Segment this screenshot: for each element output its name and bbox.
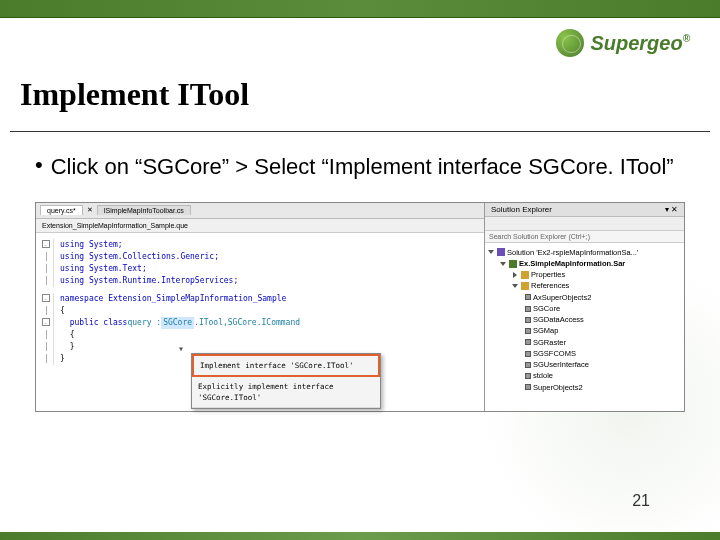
code-editor-pane: query.cs* ✕ ISimpleMapInfoToolbar.cs Ext… xyxy=(36,203,484,411)
explorer-search[interactable]: Search Solution Explorer (Ctrl+;) xyxy=(485,231,684,243)
tree-ref-item[interactable]: SGCore xyxy=(489,303,680,314)
code-area: -using System; |using System.Collections… xyxy=(36,233,484,411)
code-line: } xyxy=(70,341,75,353)
code-cls: query : xyxy=(127,317,161,329)
slide-title: Implement ITool xyxy=(0,68,720,131)
tree-solution[interactable]: Solution 'Ex2-rspleMapInformationSa...' xyxy=(489,247,680,258)
code-line: using System.Runtime.InteropServices; xyxy=(60,275,238,287)
bottom-accent-bar xyxy=(0,532,720,540)
code-line: using System.Collections.Generic; xyxy=(60,251,219,263)
tree-ref-item[interactable]: SGUserInterface xyxy=(489,359,680,370)
solution-tree: Solution 'Ex2-rspleMapInformationSa...' … xyxy=(485,243,684,411)
editor-tabs: query.cs* ✕ ISimpleMapInfoToolbar.cs xyxy=(36,203,484,219)
breadcrumb-bar: Extension_SimpleMapInformation_Sample.qu… xyxy=(36,219,484,233)
panel-title: Solution Explorer ▾ ✕ xyxy=(485,203,684,217)
code-line: using System.Text; xyxy=(60,263,147,275)
code-line: using System; xyxy=(60,239,123,251)
close-icon[interactable]: ✕ xyxy=(87,206,93,214)
context-menu: Implement interface 'SGCore.ITool' Expli… xyxy=(191,353,381,410)
code-line: } xyxy=(60,353,65,365)
title-divider xyxy=(10,131,710,132)
header-row: Supergeo® xyxy=(0,18,720,68)
tree-ref-item[interactable]: stdole xyxy=(489,370,680,381)
tree-ref-item[interactable]: SuperObjects2 xyxy=(489,382,680,393)
code-line: namespace Extension_SimpleMapInformation… xyxy=(60,293,286,305)
pin-icon[interactable]: ▾ ✕ xyxy=(665,205,678,214)
bullet-marker: • xyxy=(35,152,43,182)
tree-ref-item[interactable]: SGRaster xyxy=(489,337,680,348)
code-line: { xyxy=(60,305,65,317)
tab-active[interactable]: query.cs* xyxy=(40,205,83,215)
smart-tag-icon[interactable]: ▾ xyxy=(178,341,184,356)
menu-implement-interface[interactable]: Implement interface 'SGCore.ITool' xyxy=(192,354,380,377)
bullet-item: • Click on “SGCore” > Select “Implement … xyxy=(0,152,720,202)
tree-properties[interactable]: Properties xyxy=(489,269,680,280)
code-kw: public class xyxy=(70,317,128,329)
brand-name: Supergeo® xyxy=(590,32,690,55)
globe-icon xyxy=(556,29,584,57)
tree-project[interactable]: Ex.SimpleMapInformation.Sar xyxy=(489,258,680,269)
explorer-toolbar xyxy=(485,217,684,231)
tree-ref-item[interactable]: SGSFCOMS xyxy=(489,348,680,359)
tree-references[interactable]: References xyxy=(489,280,680,291)
tab-inactive[interactable]: ISimpleMapInfoToolbar.cs xyxy=(97,205,191,215)
tree-ref-item[interactable]: SGDataAccess xyxy=(489,314,680,325)
tree-ref-item[interactable]: AxSuperObjects2 xyxy=(489,292,680,303)
brand-logo: Supergeo® xyxy=(556,29,690,57)
tree-ref-item[interactable]: SGMap xyxy=(489,325,680,336)
bullet-text: Click on “SGCore” > Select “Implement in… xyxy=(51,152,674,182)
code-highlight[interactable]: SGCore xyxy=(161,317,194,329)
menu-explicit-implement[interactable]: Explicitly implement interface 'SGCore.I… xyxy=(192,377,380,409)
page-number: 21 xyxy=(632,492,650,510)
code-line: { xyxy=(70,329,75,341)
solution-explorer: Solution Explorer ▾ ✕ Search Solution Ex… xyxy=(484,203,684,411)
ide-screenshot: query.cs* ✕ ISimpleMapInfoToolbar.cs Ext… xyxy=(35,202,685,412)
top-accent-bar xyxy=(0,0,720,18)
